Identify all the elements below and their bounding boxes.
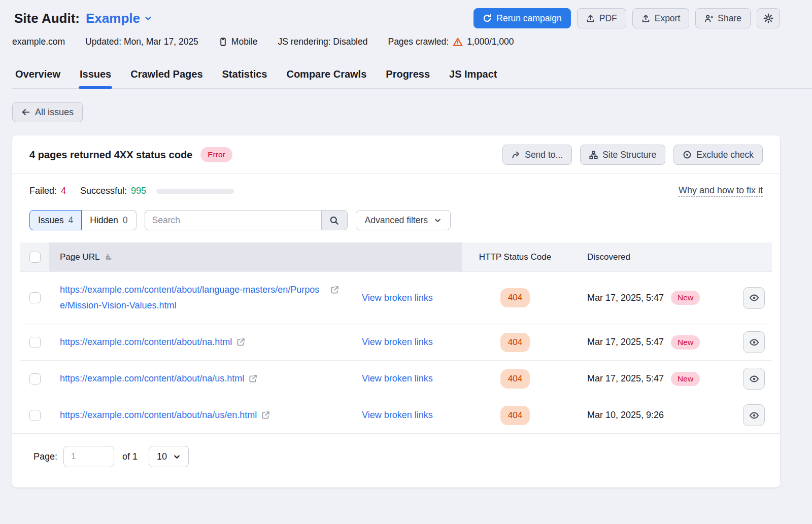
view-broken-links-link[interactable]: View broken links	[362, 373, 433, 384]
settings-button[interactable]	[757, 8, 780, 28]
tab-issues[interactable]: Issues	[79, 68, 112, 88]
search-input[interactable]	[145, 210, 321, 230]
row-checkbox[interactable]	[29, 373, 41, 385]
hide-issue-button[interactable]	[743, 404, 765, 426]
updated-label: Updated: Mon, Mar 17, 2025	[85, 37, 198, 47]
person-plus-icon	[704, 14, 713, 23]
table-row: https://example.com/content/about/na/us/…	[20, 397, 772, 433]
external-link-icon[interactable]	[261, 411, 270, 420]
table-row: https://example.com/content/about/langua…	[20, 271, 772, 324]
pagination: Page: of 1 10	[12, 433, 780, 487]
table-row: https://example.com/content/about/na.htm…	[20, 324, 772, 360]
error-severity-badge: Error	[200, 147, 232, 162]
tab-statistics[interactable]: Statistics	[221, 68, 268, 88]
column-header-http-status[interactable]: HTTP Status Code	[462, 252, 568, 262]
discovered-date: Mar 17, 2025, 5:47	[587, 337, 664, 347]
hide-issue-button[interactable]	[743, 287, 765, 309]
device-label: Mobile	[219, 37, 258, 47]
all-issues-back-button[interactable]: All issues	[12, 102, 83, 122]
site-audit-page: Site Audit: Example Rerun campaign PDF	[0, 0, 780, 487]
eye-icon	[683, 150, 692, 159]
page-number-input[interactable]	[63, 446, 114, 467]
page-label: Page:	[33, 451, 57, 462]
column-header-page-url[interactable]: Page URL	[49, 242, 462, 271]
new-badge: New	[671, 291, 700, 305]
hidden-filter-tab[interactable]: Hidden 0	[82, 210, 136, 230]
issues-count: 4	[69, 215, 74, 226]
page-url-link[interactable]: https://example.com/content/about/langua…	[60, 282, 326, 313]
tab-bar: Overview Issues Crawled Pages Statistics…	[12, 68, 812, 89]
exclude-check-button[interactable]: Exclude check	[673, 145, 763, 165]
chevron-down-icon	[173, 453, 181, 461]
eye-icon	[749, 293, 759, 303]
select-all-checkbox[interactable]	[29, 252, 41, 263]
chevron-down-icon	[144, 14, 152, 22]
issues-filter-tab[interactable]: Issues 4	[29, 210, 82, 230]
view-broken-links-link[interactable]: View broken links	[362, 337, 433, 347]
campaign-meta: example.com Updated: Mon, Mar 17, 2025 M…	[12, 37, 780, 47]
page-url-link[interactable]: https://example.com/content/about/na.htm…	[60, 334, 232, 350]
tab-compare-crawls[interactable]: Compare Crawls	[285, 68, 367, 88]
rerun-campaign-button[interactable]: Rerun campaign	[473, 8, 570, 28]
share-button[interactable]: Share	[695, 8, 751, 28]
js-rendering-label: JS rendering: Disabled	[278, 37, 367, 47]
pdf-button[interactable]: PDF	[577, 8, 626, 28]
why-how-to-fix-link[interactable]: Why and how to fix it	[679, 185, 763, 197]
issue-stats: Failed: 4 Successful: 995 Why and how to…	[12, 174, 780, 206]
site-structure-button[interactable]: Site Structure	[580, 145, 665, 165]
domain-label: example.com	[12, 37, 65, 47]
project-selector[interactable]: Example	[86, 11, 152, 26]
page-url-link[interactable]: https://example.com/content/about/na/us/…	[60, 407, 257, 423]
tab-crawled-pages[interactable]: Crawled Pages	[129, 68, 204, 88]
table-header: Page URL HTTP Status Code Discovered	[20, 242, 772, 271]
warning-triangle-icon	[453, 37, 463, 47]
http-status-badge: 404	[500, 333, 530, 352]
issues-table: Page URL HTTP Status Code Discovered htt…	[20, 242, 772, 433]
discovered-date: Mar 17, 2025, 5:47	[587, 293, 664, 303]
upload-icon	[586, 14, 595, 23]
view-broken-links-link[interactable]: View broken links	[362, 293, 433, 303]
page-size-select[interactable]: 10	[149, 446, 189, 467]
search-submit-button[interactable]	[321, 210, 348, 230]
http-status-badge: 404	[500, 406, 530, 425]
row-checkbox[interactable]	[29, 337, 41, 348]
eye-icon	[749, 337, 759, 347]
success-progress-bar	[156, 189, 234, 194]
external-link-icon[interactable]	[330, 286, 339, 294]
failed-value: 4	[61, 186, 66, 196]
export-button[interactable]: Export	[632, 8, 690, 28]
view-broken-links-link[interactable]: View broken links	[362, 410, 433, 421]
row-checkbox[interactable]	[29, 410, 41, 421]
chevron-down-icon	[434, 217, 442, 224]
project-name: Example	[86, 11, 140, 26]
issue-panel: 4 pages returned 4XX status code Error S…	[12, 135, 780, 487]
page-url-link[interactable]: https://example.com/content/about/na/us.…	[60, 371, 244, 387]
advanced-filters-button[interactable]: Advanced filters	[356, 210, 451, 230]
upload-icon	[641, 14, 650, 23]
issue-title: 4 pages returned 4XX status code	[29, 149, 192, 161]
page-total-label: of 1	[122, 451, 138, 462]
row-checkbox[interactable]	[29, 292, 41, 303]
gear-icon	[763, 13, 773, 23]
new-badge: New	[671, 372, 700, 386]
column-header-discovered[interactable]: Discovered	[568, 252, 736, 262]
failed-label: Failed:	[29, 186, 57, 196]
site-structure-icon	[589, 151, 598, 159]
tab-js-impact[interactable]: JS Impact	[448, 68, 498, 88]
discovered-date: Mar 17, 2025, 5:47	[587, 373, 664, 384]
tab-overview[interactable]: Overview	[14, 68, 61, 88]
send-to-button[interactable]: Send to...	[502, 145, 572, 165]
external-link-icon[interactable]	[249, 374, 257, 383]
eye-icon	[749, 410, 759, 421]
http-status-badge: 404	[500, 369, 530, 389]
successful-value: 995	[131, 186, 146, 196]
discovered-date: Mar 10, 2025, 9:26	[587, 410, 664, 421]
hide-issue-button[interactable]	[743, 368, 765, 390]
tab-progress[interactable]: Progress	[385, 68, 431, 88]
hide-issue-button[interactable]	[743, 331, 765, 353]
mobile-phone-icon	[219, 38, 227, 46]
send-to-arrow-icon	[512, 151, 520, 159]
issues-hidden-toggle: Issues 4 Hidden 0	[29, 210, 137, 230]
sort-icon	[105, 253, 112, 261]
external-link-icon[interactable]	[236, 338, 245, 346]
